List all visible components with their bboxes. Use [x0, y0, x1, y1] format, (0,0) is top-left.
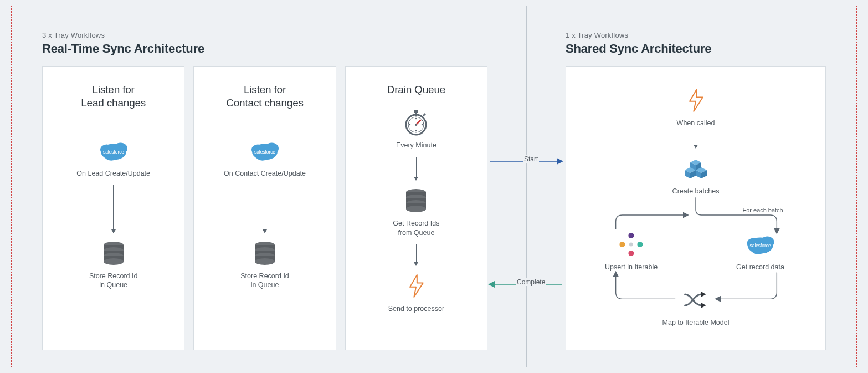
card-title: Drain Queue [387, 83, 446, 96]
realtime-subtitle: 3 x Tray Workflows [42, 31, 487, 39]
salesforce-icon [251, 137, 279, 165]
bolt-icon [685, 86, 707, 114]
card-contact-changes: Listen for Contact changes On Contact Cr… [193, 66, 336, 350]
node-bolt-called: When called [677, 86, 715, 128]
node-label: When called [677, 119, 715, 128]
salesforce-icon [746, 231, 774, 258]
arrow-down-icon [265, 185, 265, 233]
realtime-section: 3 x Tray Workflows Real-Time Sync Archit… [42, 31, 487, 350]
card-title: Listen for Lead changes [81, 83, 146, 110]
shared-section: 1 x Tray Workflows Shared Sync Architect… [566, 31, 826, 350]
node-salesforce-contact: On Contact Create/Update [224, 137, 306, 178]
node-label: Store Record Id in Queue [89, 272, 138, 290]
node-db-contact: Store Record Id in Queue [240, 239, 289, 290]
diagram-frame: 3 x Tray Workflows Real-Time Sync Archit… [11, 6, 857, 367]
database-icon [101, 239, 126, 267]
shared-subtitle: 1 x Tray Workflows [566, 31, 826, 39]
node-label: Every Minute [396, 141, 436, 150]
card-drain-queue: Drain Queue Every Minute Get Record Ids … [345, 66, 487, 350]
shuffle-icon [683, 286, 708, 314]
node-stopwatch: Every Minute [396, 109, 436, 150]
node-upsert-iterable: Upsert in Iterable [605, 231, 658, 272]
node-map-model: Map to Iterable Model [662, 286, 730, 328]
salesforce-icon [100, 137, 127, 165]
arrow-down-icon [416, 157, 417, 180]
bolt-icon [405, 272, 427, 300]
card-shared: When called Create batches [566, 66, 826, 350]
node-label: Upsert in Iterable [605, 263, 658, 272]
connector-start-label: Start [523, 155, 539, 163]
shared-title: Shared Sync Architecture [566, 42, 826, 56]
database-icon [253, 239, 277, 267]
connector-complete-label: Complete [516, 278, 546, 286]
node-label: Get record data [736, 263, 784, 272]
database-icon [404, 187, 428, 214]
node-label: Map to Iterable Model [662, 318, 730, 328]
node-salesforce-lead: On Lead Create/Update [76, 137, 150, 178]
arrow-down-icon [113, 185, 114, 233]
node-bolt-send: Send to processor [388, 272, 444, 314]
card-lead-changes: Listen for Lead changes On Lead Create/U… [42, 66, 184, 350]
arrow-down-icon [416, 244, 417, 265]
node-label: On Lead Create/Update [76, 169, 150, 178]
stopwatch-icon [402, 109, 430, 136]
node-label: Create batches [672, 187, 720, 196]
realtime-title: Real-Time Sync Architecture [42, 42, 487, 56]
for-each-label: For each batch [743, 207, 783, 213]
arrow-down-icon [696, 135, 696, 148]
iterable-icon [619, 231, 644, 258]
node-db-queue: Get Record Ids from Queue [393, 187, 439, 238]
cubes-icon [684, 155, 708, 182]
section-divider [526, 6, 527, 367]
node-label: On Contact Create/Update [224, 169, 306, 178]
node-get-record: Get record data [736, 231, 784, 272]
card-title: Listen for Contact changes [226, 83, 304, 110]
node-label: Store Record Id in Queue [240, 272, 289, 290]
node-label: Send to processor [388, 304, 444, 314]
node-db-lead: Store Record Id in Queue [89, 239, 138, 290]
node-label: Get Record Ids from Queue [393, 219, 439, 238]
node-cubes-batches: Create batches [672, 155, 720, 196]
